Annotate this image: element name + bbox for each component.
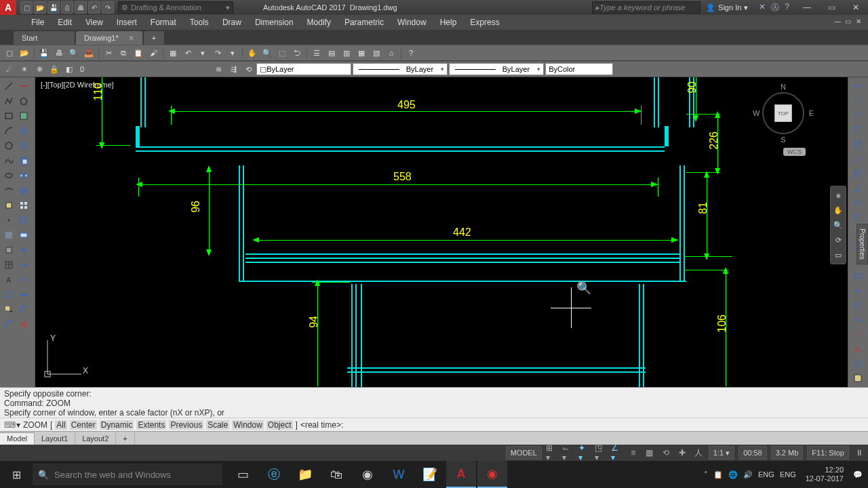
redo-dd-icon[interactable]: ▾	[226, 46, 239, 60]
centermark-icon[interactable]	[850, 284, 865, 298]
dim-arc-icon[interactable]	[850, 108, 865, 122]
layerprops-icon[interactable]: ☄	[3, 62, 16, 76]
rec-fkey[interactable]: F11: Stop	[807, 446, 849, 460]
zoom-scale[interactable]: Scale	[206, 420, 229, 430]
block-tool-icon[interactable]	[2, 199, 16, 212]
cut-icon[interactable]: ✂	[102, 46, 115, 60]
zoom-object[interactable]: Object	[267, 420, 293, 430]
recorder-taskbar-icon[interactable]: ◉	[477, 461, 507, 488]
line-tool-icon[interactable]	[2, 79, 16, 93]
command-input[interactable]: ⌨▾ ZOOM [All Center Dynamic Extents Prev…	[0, 418, 868, 431]
menu-dimension[interactable]: Dimension	[248, 15, 300, 30]
dimtedit-icon[interactable]: A	[850, 342, 865, 356]
point-tool-icon[interactable]	[2, 214, 16, 227]
tray-notes-icon[interactable]: 📋	[713, 470, 723, 479]
offset-tool-icon[interactable]	[17, 184, 31, 197]
scale-tool-icon[interactable]	[17, 214, 31, 227]
mirror-tool-icon[interactable]	[17, 169, 31, 182]
fillet-tool-icon[interactable]	[2, 318, 16, 331]
help-search-input[interactable]: ▸ Type a keyword or phrase	[592, 1, 701, 14]
save-doc-icon[interactable]: 💾	[37, 46, 51, 60]
polygon-tool-icon[interactable]	[17, 94, 31, 108]
zoom-all[interactable]: All	[55, 420, 66, 430]
osnap-toggle-icon[interactable]: ◳ ▾	[595, 447, 607, 459]
dim-diameter-icon[interactable]	[850, 167, 865, 180]
scale-dropdown[interactable]: 1:1 ▾	[709, 446, 734, 460]
rotate-tool-icon[interactable]	[17, 139, 31, 152]
zoom-prev-icon[interactable]: ⮌	[290, 46, 304, 60]
tray-lang1[interactable]: ENG	[758, 470, 774, 479]
pan-icon[interactable]: ✋	[245, 46, 259, 60]
annoscale-icon[interactable]: 人	[692, 447, 705, 459]
preview-icon[interactable]: 🔍	[67, 46, 81, 60]
sheetset-icon[interactable]: ▦	[355, 46, 368, 60]
layer-lock-icon[interactable]: 🔒	[47, 62, 61, 76]
tab-layout2[interactable]: Layout2	[75, 432, 116, 445]
open-icon[interactable]: 📂	[34, 1, 46, 14]
array-tool-icon[interactable]	[17, 199, 31, 212]
dim-radius-icon[interactable]	[850, 138, 865, 151]
paste-icon[interactable]: 📋	[132, 46, 145, 60]
snap-toggle-icon[interactable]: ⌙ ▾	[562, 447, 574, 459]
region-tool-icon[interactable]	[2, 243, 16, 257]
menu-parametric[interactable]: Parametric	[338, 15, 391, 30]
properties-icon[interactable]: ☰	[310, 46, 323, 60]
transparency-icon[interactable]: ▦	[644, 447, 656, 459]
chamfer-tool-icon[interactable]	[17, 303, 31, 317]
new-icon[interactable]: ▢	[20, 1, 33, 14]
zoom-extents[interactable]: Extents	[136, 420, 166, 430]
model-space-toggle[interactable]: MODEL	[506, 446, 542, 460]
new-doc-icon[interactable]: ▢	[3, 46, 16, 60]
undo-icon[interactable]: ↶	[88, 1, 100, 14]
lineweight-dropdown[interactable]: ByLayer▾	[449, 63, 544, 75]
dimstyle-update-icon[interactable]	[850, 357, 865, 371]
break-tool-icon[interactable]	[17, 273, 31, 287]
zoom-center[interactable]: Center	[70, 420, 97, 430]
autocad-taskbar-icon[interactable]: A	[446, 461, 476, 488]
table-tool-icon[interactable]	[2, 258, 16, 272]
menu-window[interactable]: Window	[391, 15, 433, 30]
wcs-label[interactable]: WCS	[783, 148, 806, 156]
copy-tool-icon[interactable]	[17, 154, 31, 167]
doc-restore-icon[interactable]: ▭	[845, 18, 854, 27]
matchprop-icon[interactable]: 🖌	[146, 46, 160, 60]
circle-tool-icon[interactable]	[2, 139, 16, 152]
pan-nav-icon[interactable]: ✋	[832, 204, 844, 216]
tab-model[interactable]: Model	[0, 432, 35, 445]
tab-add-button[interactable]: +	[144, 31, 164, 45]
properties-panel-tab[interactable]: Properties	[856, 224, 868, 264]
doc-minimize-icon[interactable]: —	[834, 18, 844, 27]
dimedit-icon[interactable]	[850, 328, 865, 342]
menu-tools[interactable]: Tools	[183, 15, 216, 30]
notes-icon[interactable]: 📝	[415, 461, 445, 488]
tray-lang2[interactable]: ENG	[780, 470, 796, 479]
layer-color-dropdown[interactable]: ▢ ByLayer	[256, 63, 351, 75]
markup-icon[interactable]: ▧	[370, 46, 383, 60]
tray-chevron-icon[interactable]: ˄	[704, 470, 708, 479]
arc-tool-icon[interactable]	[2, 124, 16, 138]
tab-drawing1[interactable]: Drawing1*✕	[76, 31, 142, 45]
rectangle-tool-icon[interactable]	[2, 109, 16, 123]
designcenter-icon[interactable]: ▤	[325, 46, 338, 60]
quickdim-icon[interactable]	[850, 197, 865, 210]
tray-volume-icon[interactable]: 🔊	[743, 470, 753, 479]
orbit-nav-icon[interactable]: ⟳	[832, 234, 844, 246]
diminspect-icon[interactable]	[850, 299, 865, 312]
dim-ordinate-icon[interactable]	[850, 123, 865, 137]
stretch-tool-icon[interactable]	[17, 228, 31, 242]
menu-help[interactable]: Help	[433, 15, 464, 30]
help-icon[interactable]: ?	[785, 2, 789, 14]
fullnav-icon[interactable]: ⎈	[832, 189, 844, 201]
showmotion-icon[interactable]: ▭	[832, 249, 844, 261]
cycling-icon[interactable]: ⟲	[660, 447, 672, 459]
layer-freeze-icon[interactable]: ❄	[33, 62, 46, 76]
hatch-tool-icon[interactable]	[17, 109, 31, 123]
redo-icon[interactable]: ↷	[102, 1, 114, 14]
dim-angular-icon[interactable]	[850, 182, 865, 195]
viewcube-top[interactable]: TOP	[774, 104, 792, 122]
taskview-icon[interactable]: ▭	[228, 461, 258, 488]
dimstyle-icon[interactable]	[850, 372, 865, 386]
blockeditor-icon[interactable]: ▦	[166, 46, 180, 60]
save-icon[interactable]: 💾	[47, 1, 60, 14]
explorer-icon[interactable]: 📁	[290, 461, 320, 488]
